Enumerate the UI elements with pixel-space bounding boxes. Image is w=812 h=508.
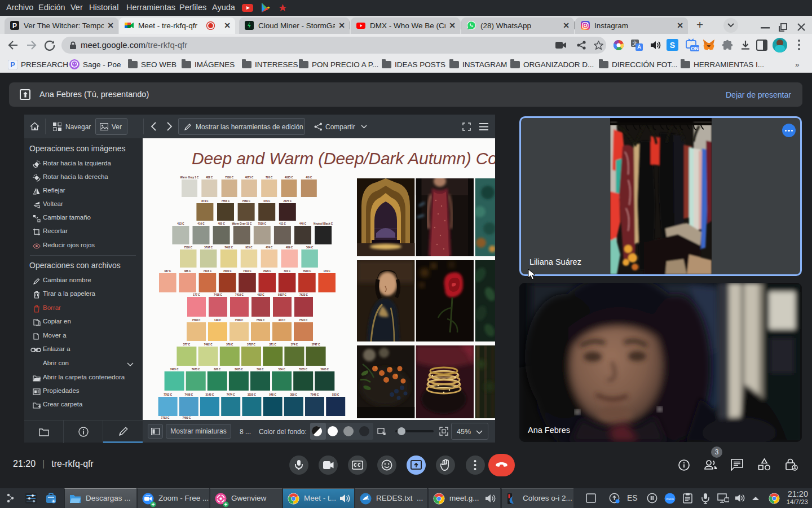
svg-text:Deep and Warm (Deep/Dark Autu: Deep and Warm (Deep/Dark Autumn) Co	[192, 149, 495, 168]
svg-text:576 C: 576 C	[226, 343, 233, 346]
svg-text:7459 C: 7459 C	[183, 417, 191, 419]
svg-text:560 C: 560 C	[257, 368, 264, 371]
svg-text:Warm Gray 1 C: Warm Gray 1 C	[180, 176, 199, 179]
svg-text:704 C: 704 C	[284, 270, 291, 273]
svg-text:7702 C: 7702 C	[161, 417, 170, 419]
svg-text:7589 C: 7589 C	[242, 200, 250, 203]
svg-text:7610 C: 7610 C	[243, 270, 251, 273]
svg-text:533 C: 533 C	[332, 393, 339, 396]
svg-text:7530 C: 7530 C	[258, 222, 266, 225]
svg-text:P: P	[12, 22, 17, 30]
svg-text:7508 C: 7508 C	[235, 319, 244, 322]
svg-text:554 C: 554 C	[278, 368, 285, 371]
svg-text:411 C: 411 C	[279, 222, 286, 225]
svg-text:474 C: 474 C	[266, 246, 273, 249]
svg-text:4/0 C: 4/0 C	[306, 176, 312, 179]
svg-text:309 C: 309 C	[290, 393, 298, 396]
svg-text:5605 C: 5605 C	[320, 368, 329, 371]
svg-text:492 C: 492 C	[257, 294, 264, 296]
svg-text:482 C: 482 C	[206, 176, 213, 179]
svg-text:874 C: 874 C	[201, 200, 209, 203]
svg-text:179 C: 179 C	[324, 270, 331, 273]
svg-text:4675 C: 4675 C	[245, 176, 253, 179]
svg-text:7500 C: 7500 C	[184, 246, 192, 249]
svg-text:7465 C: 7465 C	[170, 368, 179, 371]
svg-text:5807 C: 5807 C	[278, 294, 286, 296]
svg-text:405 C: 405 C	[218, 222, 225, 225]
svg-text:577 C: 577 C	[183, 343, 191, 346]
svg-text:3435 C: 3435 C	[235, 368, 243, 371]
svg-text:7474 C: 7474 C	[227, 393, 235, 396]
svg-text:7702 C: 7702 C	[164, 393, 172, 396]
svg-text:7402 C: 7402 C	[224, 246, 233, 249]
svg-text:487 C: 487 C	[164, 270, 171, 273]
svg-text:7458 C: 7458 C	[184, 393, 193, 396]
svg-text:7419 C: 7419 C	[235, 294, 244, 296]
svg-text:7626 C: 7626 C	[263, 270, 271, 273]
svg-text:P: P	[10, 61, 15, 69]
svg-text:177 C: 177 C	[193, 294, 200, 296]
svg-text:7620 C: 7620 C	[303, 270, 311, 273]
svg-text:935 C: 935 C	[245, 246, 253, 249]
svg-text:7600 C: 7600 C	[223, 270, 232, 273]
svg-text:5767 C: 5767 C	[247, 343, 255, 346]
svg-text:486 C: 486 C	[184, 270, 191, 273]
svg-text:A: A	[637, 44, 641, 50]
svg-text:7492 C: 7492 C	[204, 343, 213, 346]
svg-text:626 C: 626 C	[214, 368, 221, 371]
svg-text:ON: ON	[691, 46, 699, 51]
svg-text:4025 C: 4025 C	[285, 176, 293, 179]
svg-text:564 C: 564 C	[306, 246, 314, 249]
svg-text:2475 C: 2475 C	[283, 200, 292, 203]
svg-text:416 C: 416 C	[197, 222, 205, 225]
svg-text:476 C: 476 C	[263, 200, 271, 203]
svg-text:5797 C: 5797 C	[204, 246, 213, 249]
svg-text:7509 C: 7509 C	[257, 319, 265, 322]
svg-text:548 C: 548 C	[269, 393, 276, 396]
svg-text:726 C: 726 C	[266, 176, 273, 179]
svg-text:7416 C: 7416 C	[203, 270, 211, 273]
svg-text:5535 C: 5535 C	[299, 368, 307, 371]
svg-text:574 C: 574 C	[291, 343, 298, 346]
svg-text:149 C: 149 C	[214, 319, 222, 322]
svg-text:7500 C: 7500 C	[225, 176, 233, 179]
svg-text:413 C: 413 C	[177, 222, 184, 225]
svg-text:440 C: 440 C	[299, 222, 307, 225]
svg-text:7546 C: 7546 C	[311, 393, 319, 396]
svg-text:371 C: 371 C	[270, 343, 277, 346]
svg-text:zoom: zoom	[666, 497, 674, 501]
svg-text:472 C: 472 C	[279, 319, 286, 322]
svg-text:3145 C: 3145 C	[206, 393, 214, 396]
svg-text:489 C: 489 C	[286, 246, 293, 249]
svg-text:7522 C: 7522 C	[299, 319, 308, 322]
svg-text:zoom: zoom	[145, 494, 150, 497]
svg-text:7473 C: 7473 C	[192, 368, 200, 371]
svg-text:3155 C: 3155 C	[248, 393, 256, 396]
svg-text:5747 C: 5747 C	[312, 343, 320, 346]
svg-text:Neutral Black C: Neutral Black C	[314, 222, 333, 225]
svg-text:7623 C: 7623 C	[299, 294, 308, 296]
svg-text:Warm Gray 11 C: Warm Gray 11 C	[232, 222, 252, 225]
svg-text:7418 C: 7418 C	[214, 294, 222, 296]
svg-text:7554 C: 7554 C	[222, 200, 230, 203]
svg-text:7508 C: 7508 C	[192, 319, 201, 322]
svg-text:S: S	[670, 41, 675, 50]
